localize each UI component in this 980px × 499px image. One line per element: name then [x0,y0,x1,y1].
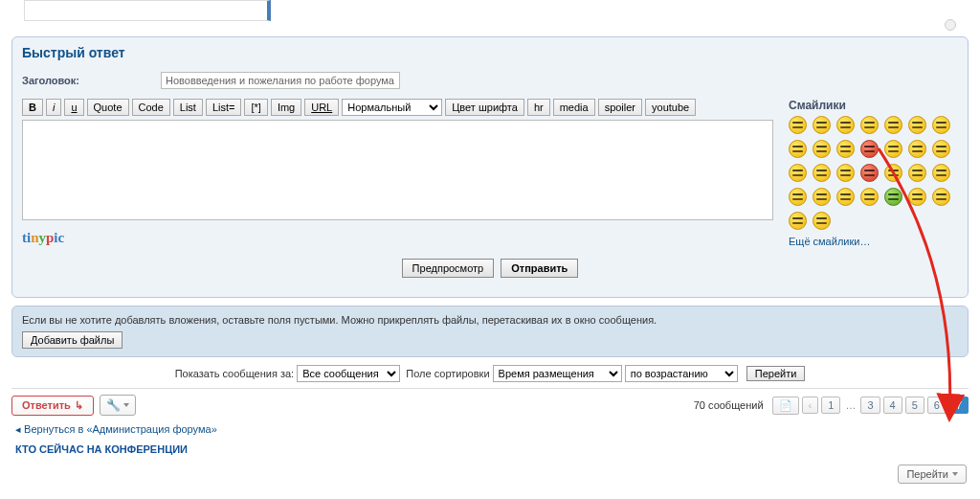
divider [11,388,969,389]
list-item-button[interactable]: [*] [244,99,267,116]
youtube-button[interactable]: youtube [645,99,696,116]
display-go-button[interactable]: Перейти [746,366,806,381]
url-button[interactable]: URL [304,99,339,116]
smiley-icon[interactable] [860,140,879,158]
smiley-icon[interactable] [836,140,855,158]
page-jump-icon[interactable]: 📄 [772,397,799,415]
smiley-icon[interactable] [932,164,950,182]
smiley-icon[interactable] [908,164,926,182]
return-to-forum-link[interactable]: Вернуться в «Администрация форума» [15,423,965,436]
smiley-icon[interactable] [932,116,950,134]
quick-reply-panel: Быстрый ответ Заголовок: B i u Quote Cod… [11,36,969,298]
smiley-icon[interactable] [932,188,950,206]
smiley-icon[interactable] [908,188,926,206]
pagination: 70 сообщений 📄 ‹ 1 … 3 4 5 6 7 [694,397,969,415]
font-size-select[interactable]: Нормальный [342,99,442,116]
bbcode-toolbar: B i u Quote Code List List= [*] Img URL … [22,99,773,116]
smiley-icon[interactable] [836,164,855,182]
tinypic-link[interactable]: tinypic [22,230,773,246]
subject-label: Заголовок: [22,75,161,86]
smiley-icon[interactable] [908,140,926,158]
smiley-icon[interactable] [813,164,831,182]
smiley-icon[interactable] [813,116,831,134]
add-files-button[interactable]: Добавить файлы [22,331,122,349]
page-7[interactable]: 7 [949,397,969,414]
underline-button[interactable]: u [64,99,83,116]
page-3[interactable]: 3 [860,397,880,414]
sort-field-select[interactable]: Время размещения [493,365,622,382]
smiley-icon[interactable] [813,212,831,230]
bold-button[interactable]: B [22,99,43,116]
smiley-icon[interactable] [789,164,807,182]
smiley-icon[interactable] [813,140,831,158]
smiley-icon[interactable] [860,116,879,134]
topic-tools-button[interactable]: 🔧 [100,395,136,416]
caret-down-icon [952,472,958,476]
attachment-hint: Если вы не хотите добавлять вложения, ос… [22,314,958,326]
reply-arrow-icon: ↳ [75,399,83,412]
display-options: Показать сообщения за: Все сообщения Пол… [11,365,969,382]
reply-button[interactable]: Ответить↳ [11,396,94,416]
smiley-icon[interactable] [789,188,807,206]
sort-field-label: Поле сортировки [406,368,489,379]
code-button[interactable]: Code [132,99,170,116]
page-5[interactable]: 5 [905,397,924,414]
list-button[interactable]: List [173,99,203,116]
smiley-icon[interactable] [884,188,902,206]
sort-direction-select[interactable]: по возрастанию [625,365,738,382]
page-6[interactable]: 6 [927,397,947,414]
smiley-icon[interactable] [789,140,807,158]
wrench-icon: 🔧 [106,398,121,412]
smiley-icon[interactable] [860,188,879,206]
show-posts-label: Показать сообщения за: [175,368,294,379]
media-button[interactable]: media [553,99,595,116]
previous-post-quote-box [24,0,271,21]
smiley-icon[interactable] [860,164,879,182]
smiley-icon[interactable] [789,212,807,230]
smiley-icon[interactable] [932,140,950,158]
post-count: 70 сообщений [694,399,764,411]
smiley-icon[interactable] [813,188,831,206]
italic-button[interactable]: i [46,99,61,116]
page-ellipsis: … [843,399,858,411]
smiley-icon[interactable] [884,164,902,182]
who-online-heading: КТО СЕЙЧАС НА КОНФЕРЕНЦИИ [15,443,965,455]
subject-input[interactable] [161,72,400,89]
prev-page-button[interactable]: ‹ [802,397,819,414]
attachment-panel: Если вы не хотите добавлять вложения, ос… [11,306,969,357]
smiley-icon[interactable] [836,188,855,206]
message-textarea[interactable] [22,120,773,220]
hr-button[interactable]: hr [527,99,550,116]
quick-reply-title: Быстрый ответ [22,45,958,60]
smiley-icon[interactable] [884,140,902,158]
scroll-top-icon[interactable] [945,19,956,31]
img-button[interactable]: Img [271,99,301,116]
submit-button[interactable]: Отправить [501,259,578,278]
smilies-title: Смайлики [789,99,958,112]
smiley-icon[interactable] [908,116,926,134]
page-1[interactable]: 1 [821,397,840,414]
smiley-icon[interactable] [789,116,807,134]
smiley-icon[interactable] [884,116,902,134]
caret-down-icon [123,403,129,407]
quote-button[interactable]: Quote [87,99,129,116]
smilies-grid [789,116,958,230]
show-posts-select[interactable]: Все сообщения [297,365,400,382]
smiley-icon[interactable] [836,116,855,134]
spoiler-button[interactable]: spoiler [598,99,642,116]
preview-button[interactable]: Предпросмотр [402,259,495,278]
more-smilies-link[interactable]: Ещё смайлики… [789,236,958,247]
list-ordered-button[interactable]: List= [206,99,242,116]
jump-to-button[interactable]: Перейти [898,465,967,484]
page-4[interactable]: 4 [883,397,902,414]
font-color-button[interactable]: Цвет шрифта [445,99,524,116]
